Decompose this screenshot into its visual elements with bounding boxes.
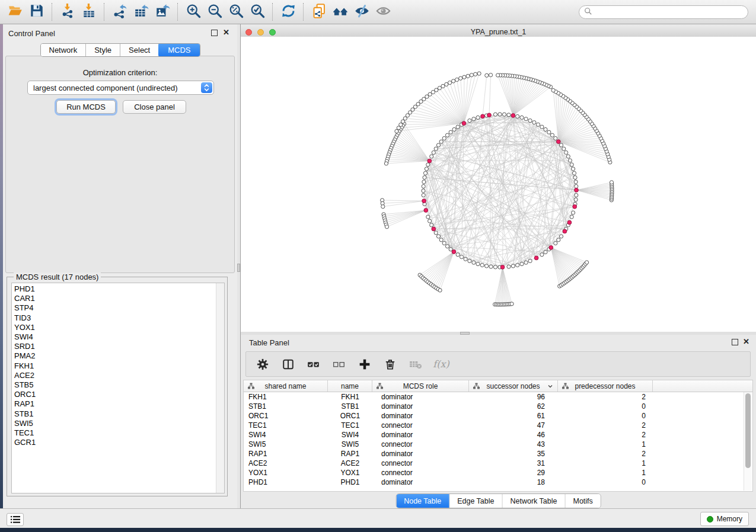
- table-row[interactable]: YOX1YOX1connector291: [244, 468, 752, 477]
- import-table-button[interactable]: [78, 2, 100, 21]
- cell: FKH1: [244, 393, 328, 401]
- table-row[interactable]: FKH1FKH1dominator962: [244, 392, 752, 402]
- first-neighbors-button[interactable]: [330, 2, 351, 21]
- main-toolbar: [0, 0, 756, 24]
- list-icon: [11, 515, 20, 524]
- mcds-result-item[interactable]: SWI4: [14, 332, 36, 342]
- cell: connector: [372, 469, 469, 477]
- mcds-result-item[interactable]: PHD1: [14, 284, 36, 294]
- tab-mcds[interactable]: MCDS: [158, 43, 200, 57]
- mcds-result-item[interactable]: SWI5: [14, 419, 36, 428]
- show-eye-button[interactable]: [372, 2, 394, 21]
- import-network-button[interactable]: [57, 2, 78, 21]
- column-header-shared-name[interactable]: shared name: [244, 380, 328, 392]
- hide-eye-button[interactable]: [351, 2, 372, 21]
- tab-edge-table[interactable]: Edge Table: [449, 494, 502, 508]
- mcds-result-item[interactable]: STB5: [14, 380, 36, 390]
- table-row[interactable]: ORC1ORC1dominator610: [244, 411, 752, 421]
- export-table-button[interactable]: [130, 2, 152, 21]
- select-all-icon[interactable]: [306, 357, 321, 372]
- zoom-fit-button[interactable]: [225, 2, 247, 21]
- table-scrollbar-thumb[interactable]: [745, 393, 751, 468]
- search-input[interactable]: [592, 8, 743, 17]
- zoom-selected-button[interactable]: [247, 2, 268, 21]
- optimization-criterion-dropdown[interactable]: largest connected component (undirected): [27, 81, 214, 95]
- task-history-button[interactable]: [7, 513, 24, 526]
- close-panel-icon[interactable]: ✕: [223, 28, 229, 36]
- mcds-result-list[interactable]: PHD1CAR1STP4TID3YOX1SWI4SRD1PMA2FKH1ACE2…: [11, 283, 225, 493]
- zoom-out-button[interactable]: [204, 2, 225, 21]
- mcds-result-item[interactable]: YOX1: [14, 323, 36, 332]
- tab-style[interactable]: Style: [86, 44, 120, 56]
- save-button[interactable]: [26, 2, 47, 21]
- table-row[interactable]: PHD1PHD1dominator180: [244, 477, 752, 487]
- table-body: FKH1FKH1dominator962STB1STB1dominator620…: [244, 392, 752, 487]
- tab-motifs[interactable]: Motifs: [565, 494, 600, 508]
- add-column-icon[interactable]: [357, 357, 372, 372]
- duplicate-network-icon: [311, 3, 327, 21]
- cell: 35: [469, 450, 558, 458]
- tab-select[interactable]: Select: [120, 44, 159, 56]
- run-mcds-button[interactable]: Run MCDS: [56, 100, 116, 114]
- duplicate-network-button[interactable]: [308, 2, 330, 21]
- mcds-result-item[interactable]: RAP1: [14, 399, 36, 409]
- table-row[interactable]: SWI5SWI5connector431: [244, 440, 752, 449]
- table-scrollbar[interactable]: [744, 392, 752, 491]
- cell: 1: [558, 459, 653, 467]
- deselect-all-icon[interactable]: [331, 357, 347, 372]
- search-box[interactable]: [579, 5, 748, 19]
- refresh-button[interactable]: [277, 2, 299, 21]
- gear-icon[interactable]: [255, 357, 270, 372]
- toolbar-separator: [104, 3, 105, 21]
- mcds-result-item[interactable]: SRD1: [14, 342, 36, 351]
- mcds-result-item[interactable]: TEC1: [14, 428, 36, 438]
- column-header-successor-nodes[interactable]: successor nodes: [469, 380, 558, 392]
- optimization-criterion-label: Optimization criterion:: [6, 68, 234, 77]
- cell: 1: [558, 440, 653, 448]
- mcds-result-item[interactable]: PMA2: [14, 351, 36, 361]
- cell: YOX1: [328, 469, 372, 477]
- tab-node-table[interactable]: Node Table: [396, 494, 449, 508]
- float-panel-icon[interactable]: [211, 30, 218, 36]
- mcds-list-scrollbar[interactable]: [216, 283, 224, 493]
- cell: 2: [558, 431, 653, 439]
- cell: ORC1: [244, 412, 328, 420]
- export-image-button[interactable]: [152, 2, 173, 21]
- float-panel-icon[interactable]: [732, 339, 738, 345]
- zoom-in-button[interactable]: [183, 2, 204, 21]
- mcds-result-item[interactable]: STB1: [14, 409, 36, 419]
- cell: RAP1: [328, 450, 372, 458]
- mcds-result-item[interactable]: FKH1: [14, 361, 36, 371]
- import-network-icon: [60, 3, 75, 21]
- mcds-result-item[interactable]: STP4: [14, 303, 36, 313]
- close-panel-icon[interactable]: ✕: [743, 338, 749, 345]
- tab-network[interactable]: Network: [40, 44, 86, 56]
- mcds-result-item[interactable]: TID3: [14, 313, 36, 323]
- network-graph[interactable]: [241, 37, 756, 332]
- table-row[interactable]: SWI4SWI4dominator462: [244, 430, 752, 440]
- column-header-MCDS-role[interactable]: MCDS role: [372, 380, 469, 392]
- mcds-result-item[interactable]: ACE2: [14, 371, 36, 380]
- close-panel-button[interactable]: Close panel: [123, 100, 186, 114]
- network-canvas[interactable]: [241, 37, 756, 332]
- splitter-grip[interactable]: [237, 264, 240, 272]
- column-header-predecessor-nodes[interactable]: predecessor nodes: [558, 380, 653, 392]
- table-row[interactable]: RAP1RAP1dominator352: [244, 449, 752, 459]
- mcds-result-item[interactable]: GCR1: [14, 438, 36, 447]
- open-button[interactable]: [5, 2, 26, 21]
- delete-column-icon[interactable]: [382, 357, 398, 372]
- table-row[interactable]: STB1STB1dominator620: [244, 402, 752, 411]
- open-icon: [8, 3, 23, 21]
- export-network-button[interactable]: [109, 2, 130, 21]
- mcds-result-item[interactable]: ORC1: [14, 390, 36, 399]
- mcds-result-item[interactable]: CAR1: [14, 294, 36, 303]
- table-row[interactable]: ACE2ACE2connector311: [244, 459, 752, 468]
- memory-button[interactable]: Memory: [700, 512, 749, 526]
- export-table-icon: [133, 3, 149, 21]
- network-window-titlebar[interactable]: YPA_prune.txt_1: [241, 26, 756, 38]
- column-header-name[interactable]: name: [328, 380, 372, 392]
- columns-icon[interactable]: [280, 357, 296, 372]
- tab-network-table[interactable]: Network Table: [503, 494, 566, 508]
- right-pane: YPA_prune.txt_1 Table Panel ✕: [241, 24, 756, 508]
- table-row[interactable]: TEC1TEC1connector472: [244, 421, 752, 430]
